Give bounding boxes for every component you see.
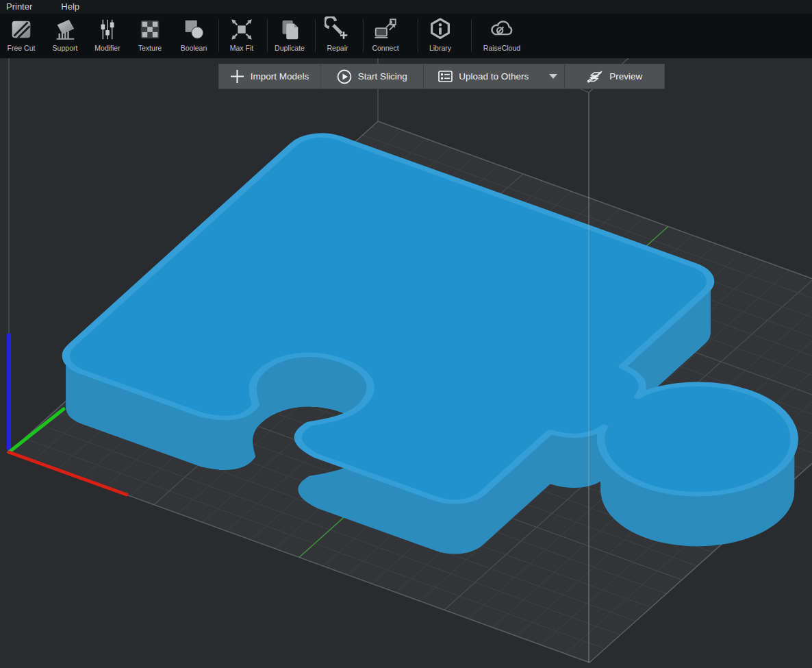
import-models-label: Import Models xyxy=(251,71,309,82)
preview-label: Preview xyxy=(609,71,642,82)
duplicate-icon xyxy=(277,16,303,42)
chevron-down-icon xyxy=(549,74,557,79)
connect-icon xyxy=(372,16,398,42)
viewport-3d[interactable] xyxy=(0,58,812,668)
tool-label: Duplicate xyxy=(275,44,305,52)
toolbar-raisecloud[interactable]: RaiseCloud xyxy=(480,16,524,58)
toolbar-library[interactable]: Library xyxy=(418,16,462,58)
boolean-icon xyxy=(181,16,207,42)
texture-icon xyxy=(137,16,163,42)
layers-icon xyxy=(586,70,603,84)
support-icon xyxy=(52,16,78,42)
upload-dropdown-arrow[interactable] xyxy=(543,64,564,88)
toolbar-texture[interactable]: Texture xyxy=(128,16,172,58)
tool-label: Connect xyxy=(372,44,398,52)
tool-label: Boolean xyxy=(181,44,207,52)
tool-label: Texture xyxy=(138,44,162,52)
toolbar-connect[interactable]: Connect xyxy=(364,16,407,58)
toolbar-max-fit[interactable]: Max Fit xyxy=(220,16,264,58)
preview-button[interactable]: Preview xyxy=(564,64,664,88)
toolbar-free-cut[interactable]: Free Cut xyxy=(0,16,43,58)
repair-icon xyxy=(325,16,351,42)
max-fit-icon xyxy=(229,16,255,42)
tool-label: Modifier xyxy=(94,44,120,52)
toolbar-separator xyxy=(471,19,472,52)
menu-help[interactable]: Help xyxy=(53,0,88,14)
menu-printer[interactable]: Printer xyxy=(0,0,40,14)
upload-icon xyxy=(438,71,453,82)
upload-to-others-button[interactable]: Upload to Others xyxy=(423,64,543,88)
free-cut-icon xyxy=(8,16,34,42)
toolbar-modifier[interactable]: Modifier xyxy=(86,16,129,58)
ideamaker-window: { "window": { "menu": ["Printer", "Help"… xyxy=(0,0,812,668)
tool-label: RaiseCloud xyxy=(483,44,520,52)
toolbar-duplicate[interactable]: Duplicate xyxy=(268,16,312,58)
plus-icon xyxy=(230,69,244,84)
tool-label: Max Fit xyxy=(230,44,253,52)
start-slicing-button[interactable]: Start Slicing xyxy=(320,64,423,88)
tool-label: Free Cut xyxy=(8,44,36,52)
modifier-icon xyxy=(94,16,120,42)
play-icon xyxy=(337,69,352,84)
import-models-button[interactable]: Import Models xyxy=(219,64,320,88)
raisecloud-icon xyxy=(489,16,515,42)
toolbar-support[interactable]: Support xyxy=(43,16,87,58)
start-slicing-label: Start Slicing xyxy=(358,71,407,82)
library-icon xyxy=(427,16,453,42)
main-toolbar: Free Cut Support Modifier xyxy=(0,14,812,58)
tool-label: Library xyxy=(429,44,451,52)
toolbar-boolean[interactable]: Boolean xyxy=(172,16,216,58)
tool-label: Repair xyxy=(327,44,348,52)
toolbar-separator xyxy=(218,19,219,52)
menu-bar: Printer Help xyxy=(0,0,812,14)
upload-to-others-label: Upload to Others xyxy=(459,71,529,82)
tool-label: Support xyxy=(53,44,78,52)
scene-canvas xyxy=(0,58,812,668)
action-bar: Import Models Start Slicing Upload to Ot… xyxy=(218,64,665,89)
toolbar-repair[interactable]: Repair xyxy=(316,16,359,58)
